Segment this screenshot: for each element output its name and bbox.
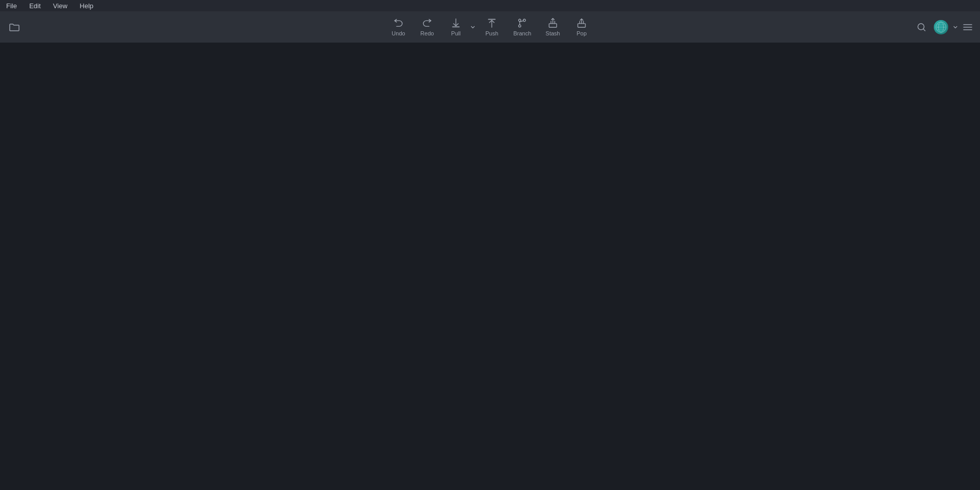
branch-icon [517,17,528,29]
toolbar-right [912,18,974,36]
branch-button[interactable]: Branch [507,14,538,40]
svg-rect-1 [488,19,496,20]
hamburger-menu-button[interactable] [962,18,974,36]
undo-label: Undo [391,30,405,36]
push-icon [486,17,498,29]
pull-group: Pull [443,14,477,40]
pull-dropdown-button[interactable] [469,22,477,33]
redo-label: Redo [420,30,434,36]
chevron-down-small-icon [953,25,958,30]
menu-file[interactable]: File [4,1,19,11]
globe-icon [934,20,948,34]
pop-icon [576,17,587,29]
branch-label: Branch [514,30,532,36]
account-dropdown-button[interactable] [951,18,959,36]
pull-button[interactable]: Pull [443,14,469,40]
hamburger-icon [963,24,972,31]
push-label: Push [485,30,498,36]
search-icon [916,22,927,32]
svg-rect-6 [578,24,585,27]
pull-label: Pull [451,30,460,36]
svg-rect-5 [549,24,557,27]
menu-edit[interactable]: Edit [27,1,43,11]
open-folder-button[interactable] [6,19,23,35]
toolbar: Undo Redo Pull [0,11,980,43]
avatar [934,20,948,34]
toolbar-center: Undo Redo Pull [385,14,595,40]
main-content [0,43,980,490]
stash-icon [547,17,558,29]
push-button[interactable]: Push [479,14,505,40]
undo-button[interactable]: Undo [385,14,412,40]
avatar-button[interactable] [933,19,949,35]
pop-label: Pop [577,30,587,36]
undo-icon [393,17,404,29]
menu-bar: File Edit View Help [0,0,980,11]
toolbar-left [6,19,23,35]
menu-view[interactable]: View [51,1,69,11]
chevron-down-icon [471,25,476,30]
redo-icon [422,17,433,29]
pull-icon [450,17,462,29]
stash-label: Stash [545,30,560,36]
pop-button[interactable]: Pop [569,14,595,40]
folder-icon [9,22,19,32]
stash-button[interactable]: Stash [539,14,566,40]
search-button[interactable] [912,18,931,36]
menu-help[interactable]: Help [77,1,95,11]
svg-rect-0 [452,26,460,27]
redo-button[interactable]: Redo [414,14,441,40]
